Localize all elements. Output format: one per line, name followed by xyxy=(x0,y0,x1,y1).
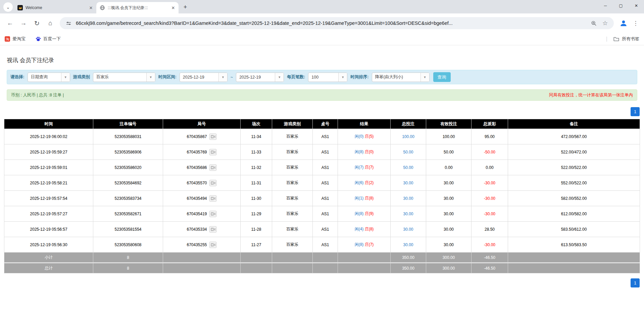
bet-records-table: 时间 注单编号 局号 场次 游戏类别 桌号 结果 总投注 有效投注 总派彩 备注… xyxy=(4,119,640,273)
close-button[interactable]: ✕ xyxy=(629,0,644,11)
cell-result: 闲(8) 庄(0) xyxy=(338,144,391,160)
cell-time: 2025-12-19 05:58:21 xyxy=(4,175,93,191)
tab-strip: ⌄ Welcome ✕ :::视讯 会员下注纪录::: ✕ + ─ ▢ ✕ xyxy=(0,0,644,13)
note-warning: 同局有效投注，统一计算在该局第一张注单内 xyxy=(549,92,633,98)
cell-payout: 28.50 xyxy=(472,222,508,237)
cell-round: 670435334 xyxy=(163,222,241,237)
tab-bet-record[interactable]: :::视讯 会员下注纪录::: ✕ xyxy=(96,2,179,13)
bookmark-baidu[interactable]: 百度一下 xyxy=(36,36,61,42)
cell-round: 670435769 xyxy=(163,144,241,160)
cell-total-bet[interactable]: 30.00 xyxy=(391,175,426,191)
total-count: 8 xyxy=(93,263,163,273)
header-time: 时间 xyxy=(4,119,93,129)
cell-total-bet[interactable]: 50.00 xyxy=(391,160,426,175)
zoom-icon[interactable] xyxy=(590,19,598,27)
header-session: 场次 xyxy=(241,119,272,129)
minimize-button[interactable]: ─ xyxy=(598,0,613,11)
video-replay-icon[interactable] xyxy=(209,180,217,186)
result-banker: 庄(0) xyxy=(365,149,374,154)
cell-game-type: 百家乐 xyxy=(272,175,313,191)
tab-title: :::视讯 会员下注纪录::: xyxy=(108,5,168,11)
query-type-select[interactable]: 日期查询 ▼ xyxy=(28,73,70,82)
bookmarks-divider: | xyxy=(606,36,607,42)
cell-total-bet[interactable]: 30.00 xyxy=(391,222,426,237)
table-row: 2025-12-19 05:57:27 523053582671 6704354… xyxy=(4,206,640,222)
result-player: 闲(6) xyxy=(355,180,364,185)
video-replay-icon[interactable] xyxy=(209,149,217,155)
date-range-label: 时间区间: xyxy=(158,74,177,80)
header-note: 备注 xyxy=(508,119,640,129)
forward-icon[interactable]: → xyxy=(17,17,30,29)
table-row: 2025-12-19 06:00:02 523053588031 6704358… xyxy=(4,129,640,144)
video-replay-icon[interactable] xyxy=(209,241,217,248)
url-text[interactable]: 66cxkj98.com/game/betrecord_search/kind3… xyxy=(76,20,586,26)
page-button-1[interactable]: 1 xyxy=(631,278,640,287)
video-replay-icon[interactable] xyxy=(209,211,217,217)
total-valid-bet: 300.00 xyxy=(426,263,472,273)
cell-session: 11-33 xyxy=(241,144,272,160)
bookmark-star-icon[interactable]: ☆ xyxy=(601,19,609,27)
all-bookmarks-button[interactable]: 所有书签 xyxy=(622,36,639,42)
cell-total-bet[interactable]: 30.00 xyxy=(391,206,426,222)
date-start-select[interactable]: 2025-12-19 ▼ xyxy=(180,73,228,82)
cell-note: 583.50/612.00 xyxy=(508,222,640,237)
subtotal-valid-bet: 300.00 xyxy=(426,253,472,263)
cell-round: 670435686 xyxy=(163,160,241,175)
table-row: 2025-12-19 05:56:57 523053581554 6704353… xyxy=(4,222,640,237)
result-banker: 庄(5) xyxy=(365,134,374,139)
video-replay-icon[interactable] xyxy=(209,195,217,202)
date-end-select[interactable]: 2025-12-19 ▼ xyxy=(236,73,284,82)
sort-label: 时间排序: xyxy=(350,74,368,80)
header-result: 结果 xyxy=(338,119,391,129)
chevron-down-icon: ▼ xyxy=(420,73,429,82)
cell-total-bet[interactable]: 30.00 xyxy=(391,191,426,206)
site-settings-icon[interactable] xyxy=(64,19,72,27)
cell-time: 2025-12-19 05:59:01 xyxy=(4,160,93,175)
page-button-1[interactable]: 1 xyxy=(631,107,640,116)
select-type-label: 请选择: xyxy=(10,74,24,80)
tab-close-icon[interactable]: ✕ xyxy=(88,5,94,10)
tab-welcome[interactable]: Welcome ✕ xyxy=(14,2,96,13)
cell-note: 582.00/552.00 xyxy=(508,191,640,206)
cell-valid-bet: 30.00 xyxy=(426,206,472,222)
cell-total-bet[interactable]: 50.00 xyxy=(391,144,426,160)
video-replay-icon[interactable] xyxy=(209,164,217,171)
table-row: 2025-12-19 05:59:01 523053586020 6704356… xyxy=(4,160,640,175)
cell-total-bet[interactable]: 100.00 xyxy=(391,129,426,144)
subtotal-label: 小计 xyxy=(4,253,93,263)
query-type-value: 日期查询 xyxy=(28,73,61,82)
cell-round: 670435419 xyxy=(163,206,241,222)
profile-avatar-icon[interactable] xyxy=(618,17,629,29)
cell-result: 闲(0) 庄(5) xyxy=(338,129,391,144)
cell-time: 2025-12-19 06:00:02 xyxy=(4,129,93,144)
new-tab-button[interactable]: + xyxy=(181,2,190,12)
game-type-value: 百家乐 xyxy=(93,73,146,82)
video-replay-icon[interactable] xyxy=(209,133,217,140)
tab-close-icon[interactable]: ✕ xyxy=(170,5,176,10)
per-page-select[interactable]: 100 ▼ xyxy=(308,73,347,82)
cell-note: 612.00/582.00 xyxy=(508,206,640,222)
date-end-value: 2025-12-19 xyxy=(236,73,275,82)
cell-payout: -50.00 xyxy=(472,144,508,160)
cell-table-no: AS1 xyxy=(313,191,338,206)
back-icon[interactable]: ← xyxy=(4,17,16,29)
maximize-button[interactable]: ▢ xyxy=(613,0,629,11)
cell-round: 670435570 xyxy=(163,175,241,191)
cell-table-no: AS1 xyxy=(313,206,338,222)
video-replay-icon[interactable] xyxy=(209,226,217,233)
subtotal-count: 8 xyxy=(93,253,163,263)
game-type-select[interactable]: 百家乐 ▼ xyxy=(93,73,155,82)
globe-icon xyxy=(100,5,105,10)
search-button[interactable]: 查询 xyxy=(433,72,451,82)
menu-kebab-icon[interactable]: ⋮ xyxy=(631,17,641,29)
sort-select[interactable]: 降幂(由大到小) ▼ xyxy=(372,73,430,82)
bookmark-taobao[interactable]: 淘 爱淘宝 xyxy=(5,36,26,42)
tab-search-button[interactable]: ⌄ xyxy=(3,2,13,12)
refresh-icon[interactable]: ↻ xyxy=(31,17,43,29)
cell-total-bet[interactable]: 30.00 xyxy=(391,237,426,253)
home-icon[interactable]: ⌂ xyxy=(44,17,56,29)
result-player: 闲(8) xyxy=(355,211,364,216)
baidu-paw-icon xyxy=(36,36,41,42)
total-payout: -46.50 xyxy=(472,263,508,273)
address-bar[interactable]: 66cxkj98.com/game/betrecord_search/kind3… xyxy=(60,17,614,29)
